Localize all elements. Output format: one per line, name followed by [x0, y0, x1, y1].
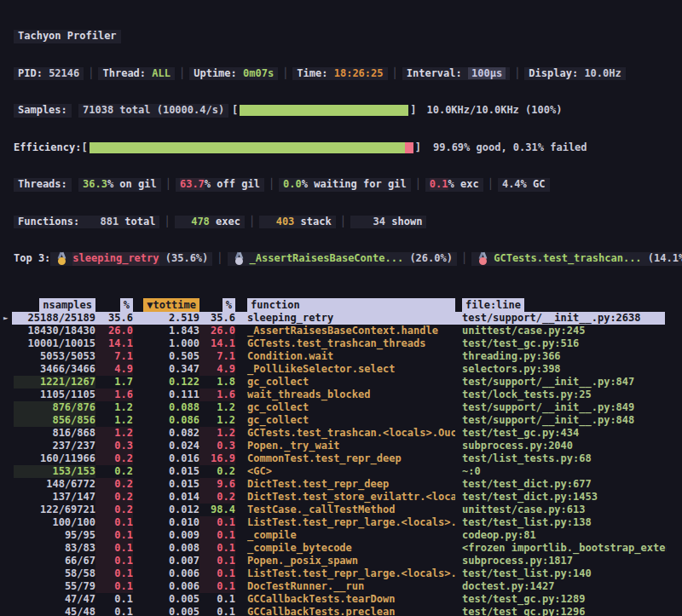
cell-fl: test/support/__init__.py:849 [455, 401, 667, 414]
cell-fn: DocTestRunner.__run [235, 580, 455, 593]
table-row[interactable]: 1221/12671.70.1221.8gc_collecttest/suppo… [0, 376, 682, 389]
thread-stat-separator: │ [415, 178, 421, 190]
efficiency-text: 99.69% good, 0.31% failed [433, 141, 587, 155]
table-row[interactable]: 1105/11051.60.1111.6wait_threads_blocked… [0, 389, 682, 401]
top3-entry[interactable]: _AssertRaisesBaseConte... (26.0%) [228, 252, 457, 266]
cell-p1: 1.7 [95, 376, 133, 389]
cell-ns: 1221/1267 [14, 376, 95, 389]
table-row[interactable]: 95/950.10.0090.1_compilecodeop.py:81 [0, 529, 682, 542]
cell-tt: 0.009 [133, 529, 199, 542]
thread-stat-unit: % exc [448, 178, 479, 190]
cell-p2: 1.8 [199, 376, 235, 389]
table-row[interactable]: 100/1000.10.0100.1ListTest.test_repr_lar… [0, 516, 682, 529]
cell-ns: 3466/3466 [14, 363, 95, 376]
table-row[interactable]: 5053/50537.10.5057.1Condition.waitthread… [0, 350, 682, 363]
function-stat: 403 stack [259, 216, 335, 229]
column-header-pct1[interactable]: % [95, 298, 133, 312]
table-row[interactable]: 148/67720.20.0159.6DictTest.test_repr_de… [0, 478, 682, 491]
cell-fl: test/test_list.py:138 [455, 516, 667, 529]
table-row[interactable]: 160/119660.20.01616.9CommonTest.test_rep… [0, 452, 682, 465]
thread-stat-unit: % off gil [205, 178, 260, 190]
cell-ns: 148/6772 [14, 478, 95, 491]
cell-ns: 10001/10015 [14, 337, 95, 350]
cell-ns: 83/83 [14, 542, 95, 555]
table-header: nsamples % ▼tottime % function file:line [0, 298, 682, 312]
table-row[interactable]: 58/580.10.0060.1ListTest.test_repr_large… [0, 567, 682, 580]
table-row[interactable]: 47/470.10.0050.1GCCallbackTests.tearDown… [0, 593, 682, 606]
status-separator: │ [179, 67, 185, 81]
cell-ns: 816/868 [14, 427, 95, 440]
cell-p2: 0.1 [199, 555, 235, 567]
cell-ns: 95/95 [14, 529, 95, 542]
column-header-nsamples[interactable]: nsamples [14, 298, 95, 312]
cell-ns: 66/67 [14, 555, 95, 567]
function-stat: 881 total [84, 216, 159, 229]
table-row[interactable]: 66/670.10.0070.1Popen._posix_spawnsubpro… [0, 555, 682, 567]
cell-p2: 0.3 [199, 440, 235, 452]
top3-entry[interactable]: GCTests.test_trashcan... (14.1%) [471, 252, 682, 266]
column-header-tottime-sorted[interactable]: ▼tottime [133, 298, 199, 312]
table-row[interactable]: 876/8761.20.0881.2gc_collecttest/support… [0, 401, 682, 414]
cell-p2: 35.6 [199, 312, 235, 325]
table-row[interactable]: 237/2370.30.0240.3Popen._try_waitsubproc… [0, 440, 682, 452]
cell-ns: 1105/1105 [14, 389, 95, 401]
table-body: ►25188/2518935.62.51935.6sleeping_retryt… [0, 312, 682, 616]
table-row[interactable]: 83/830.10.0080.1_compile_bytecode<frozen… [0, 542, 682, 555]
table-row[interactable]: 55/790.10.0060.1DocTestRunner.__rundocte… [0, 580, 682, 593]
functions-label: Functions: [14, 216, 84, 229]
status-separator: │ [514, 67, 520, 81]
samples-bar-close: ] [410, 104, 416, 118]
cell-ns: 122/69721 [14, 504, 95, 516]
top3-percentage: (14.1%) [642, 252, 682, 266]
table-row[interactable]: 10001/1001514.11.00014.1GCTests.test_tra… [0, 337, 682, 350]
cell-fn: ListTest.test_repr_large.<locals>.c... [235, 567, 455, 580]
cell-tt: 1.843 [133, 325, 199, 337]
cell-p2: 0.1 [199, 542, 235, 555]
cell-p2: 1.2 [199, 427, 235, 440]
cell-fn: Popen._posix_spawn [235, 555, 455, 567]
status-thread-value: ALL [152, 67, 170, 79]
cell-tt: 0.016 [133, 452, 199, 465]
column-header-function[interactable]: function [235, 298, 455, 312]
cell-ns: 153/153 [14, 465, 95, 478]
cell-p2: 0.1 [199, 567, 235, 580]
column-header-fileline[interactable]: file:line [455, 298, 667, 312]
status-thread: Thread: ALL [98, 67, 174, 81]
threads-line: Threads: 36.3% on gil│63.7% off gil│0.0%… [0, 178, 682, 192]
status-thread-label: Thread: [102, 67, 152, 79]
cell-tt: 0.006 [133, 567, 199, 580]
cell-p2: 16.9 [199, 452, 235, 465]
thread-stat: 4.4% GC [498, 178, 550, 192]
table-row[interactable]: 816/8681.20.0821.2GCTests.test_trashcan.… [0, 427, 682, 440]
cell-p2: 0.1 [199, 516, 235, 529]
cell-p2: 7.1 [199, 350, 235, 363]
status-uptime: Uptime: 0m07s [189, 67, 278, 81]
cell-fl: unittest/case.py:245 [455, 325, 667, 337]
status-time-label: Time: [297, 67, 333, 79]
cell-ns: 47/47 [14, 593, 95, 606]
table-row[interactable]: 137/1470.20.0140.2DictTest.test_store_ev… [0, 491, 682, 504]
table-row[interactable]: 18430/1843026.01.84326.0_AssertRaisesBas… [0, 325, 682, 337]
cell-fn: Condition.wait [235, 350, 455, 363]
cell-ns: 58/58 [14, 567, 95, 580]
top3-label: Top 3: [14, 252, 50, 266]
thread-stat-value: 36.3 [83, 178, 107, 190]
table-row[interactable]: 122/697210.20.01298.4TestCase._callTestM… [0, 504, 682, 516]
table-row[interactable]: 856/8561.20.0861.2gc_collecttest/support… [0, 414, 682, 427]
top3-entry[interactable]: sleeping_retry (35.6%) [50, 252, 212, 266]
functions-segments: 881 total│ 478 exec│ 403 stack│ 34 shown [84, 216, 426, 229]
cell-p2: 4.9 [199, 363, 235, 376]
cell-fl: test/test_gc.py:516 [455, 337, 667, 350]
cell-fn: DictTest.test_store_evilattr.<local... [235, 491, 455, 504]
thread-stat-unit: % waiting for gil [302, 178, 407, 190]
status-display-label: Display: [529, 67, 584, 79]
table-row-selected[interactable]: ►25188/2518935.62.51935.6sleeping_retryt… [0, 312, 682, 325]
cell-p2: 0.1 [199, 580, 235, 593]
cell-fl: test/support/__init__.py:848 [455, 414, 667, 427]
table-row[interactable]: 153/1530.20.0150.2<GC>~:0 [0, 465, 682, 478]
table-row[interactable]: 45/480.10.0050.1GCCallbackTests.preclean… [0, 606, 682, 616]
table-row[interactable]: 3466/34664.90.3474.9_PollLikeSelector.se… [0, 363, 682, 376]
cell-p1: 0.1 [95, 555, 133, 567]
column-header-pct2[interactable]: % [199, 298, 235, 312]
cell-p2: 0.2 [199, 491, 235, 504]
